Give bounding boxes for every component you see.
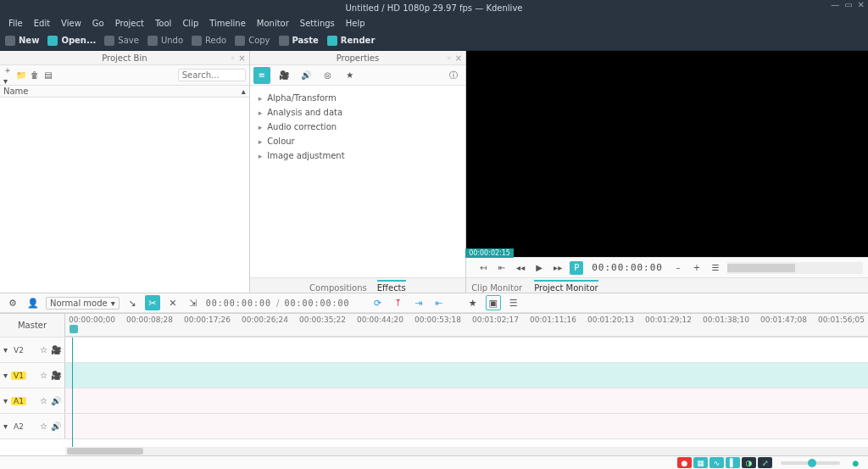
playhead-line[interactable]	[72, 338, 73, 447]
track-v2[interactable]: ▾V2☆🎥	[0, 338, 868, 363]
playhead-handle[interactable]	[70, 325, 78, 333]
effect-category[interactable]: Alpha/Transform	[250, 91, 465, 105]
menu-clip[interactable]: Clip	[177, 17, 203, 30]
effect-category[interactable]: Image adjustment	[250, 148, 465, 163]
preview-render-icon[interactable]: ▣	[486, 295, 501, 310]
monitor-timecode[interactable]: 00:00:00:00	[592, 262, 663, 273]
effect-category[interactable]: Analysis and data	[250, 105, 465, 120]
effect-category[interactable]: Audio correction	[250, 120, 465, 134]
razor-tool[interactable]: ✂	[145, 295, 160, 310]
status-wave-icon[interactable]: ∿	[709, 457, 724, 468]
tab-effects[interactable]: Effects	[377, 280, 406, 293]
monitor-video[interactable]: 00:00:02:15	[466, 51, 868, 257]
menu-monitor[interactable]: Monitor	[252, 17, 294, 30]
proxy-toggle[interactable]: P	[570, 261, 583, 275]
status-marker-icon[interactable]: ▌	[726, 457, 740, 468]
menu-tool[interactable]: Tool	[150, 17, 176, 30]
effects-audio-tab[interactable]: 🔊	[298, 67, 314, 84]
tc-inc-icon[interactable]: +	[690, 261, 704, 275]
track-v1[interactable]: ▾V1☆🎥	[0, 363, 868, 388]
menu-edit[interactable]: Edit	[29, 17, 55, 30]
speaker-icon[interactable]: 🔊	[51, 396, 61, 405]
split-av-icon[interactable]: ⤒	[391, 295, 406, 310]
timeline-ruler[interactable]: 00:00:00;00 00:00:08;28 00:00:17;26 00:0…	[65, 314, 868, 337]
effects-custom-tab[interactable]: ◎	[320, 67, 337, 84]
search-input[interactable]	[178, 69, 246, 81]
menu-timeline[interactable]: Timeline	[204, 17, 251, 30]
monitor-menu-icon[interactable]: ☰	[709, 261, 722, 275]
select-tool[interactable]: ↘	[125, 295, 140, 310]
add-clip-icon[interactable]: ＋▾	[3, 71, 12, 80]
menu-help[interactable]: Help	[341, 17, 370, 30]
tab-compositions[interactable]: Compositions	[309, 283, 367, 293]
track-menu-icon[interactable]: 👤	[25, 295, 41, 310]
track-a2[interactable]: ▾A2☆🔊	[0, 414, 868, 439]
goto-start-icon[interactable]: ↤	[476, 261, 490, 275]
bin-list-body[interactable]	[0, 98, 249, 293]
forward-icon[interactable]: ▸▸	[551, 261, 565, 275]
timeline-scrollbar[interactable]	[65, 447, 868, 455]
favorite-icon[interactable]: ★	[465, 295, 481, 310]
zone-out-icon[interactable]: ⇤	[431, 295, 447, 310]
status-snap-icon[interactable]: ◑	[742, 457, 756, 468]
timecode-now[interactable]: 00:00:00:00	[206, 299, 271, 308]
redo-button[interactable]: Redo	[192, 36, 226, 46]
float-icon[interactable]: ◦	[230, 53, 235, 63]
status-rec-icon[interactable]: ●	[677, 457, 692, 468]
add-folder-icon[interactable]: 📁	[17, 71, 25, 80]
cam-icon[interactable]: 🎥	[51, 371, 61, 380]
copy-button[interactable]: Copy	[235, 36, 270, 46]
effect-category[interactable]: Colour	[250, 134, 465, 148]
settings-icon[interactable]: ⚙	[5, 295, 20, 310]
paste-button[interactable]: Paste	[279, 36, 319, 46]
zone-in-icon[interactable]: ⇥	[411, 295, 426, 310]
zoom-slider[interactable]	[781, 461, 840, 465]
edit-mode-select[interactable]: Normal mode▾	[46, 297, 120, 310]
status-fit-icon[interactable]: ⤢	[758, 457, 772, 468]
effects-info-icon[interactable]: ⓘ	[445, 67, 462, 84]
fit-zoom-icon[interactable]: ⇲	[186, 295, 201, 310]
effects-video-tab[interactable]: 🎥	[275, 67, 292, 84]
tag-icon[interactable]: ▤	[44, 71, 53, 80]
close-panel-icon[interactable]: ×	[455, 53, 462, 63]
spacer-tool[interactable]: ✕	[165, 295, 181, 310]
menu-view[interactable]: View	[56, 17, 86, 30]
tab-project-monitor[interactable]: Project Monitor	[534, 280, 598, 293]
scrollbar-thumb[interactable]	[67, 448, 143, 455]
status-thumb-icon[interactable]: ▦	[693, 457, 708, 468]
mute-icon[interactable]: ☆	[40, 396, 47, 405]
close-icon[interactable]: ✕	[858, 0, 865, 9]
cam-icon[interactable]: 🎥	[51, 345, 61, 355]
play-icon[interactable]: ▶	[532, 261, 546, 275]
maximize-icon[interactable]: ▭	[844, 0, 852, 9]
status-dot-icon[interactable]: ●	[849, 457, 863, 468]
effects-fav-tab[interactable]: ★	[342, 67, 359, 84]
preview-menu-icon[interactable]: ☰	[506, 295, 521, 310]
save-button[interactable]: Save	[104, 36, 139, 46]
new-button[interactable]: New	[5, 36, 39, 46]
effects-main-tab[interactable]: ≡	[253, 67, 270, 84]
menu-project[interactable]: Project	[110, 17, 149, 30]
delete-icon[interactable]: 🗑	[31, 71, 39, 80]
menu-settings[interactable]: Settings	[295, 17, 340, 30]
mute-icon[interactable]: ☆	[40, 422, 47, 431]
mute-icon[interactable]: ☆	[40, 371, 47, 380]
speaker-icon[interactable]: 🔊	[51, 422, 61, 431]
menu-file[interactable]: File	[3, 17, 28, 30]
render-button[interactable]: Render	[327, 36, 375, 46]
mute-icon[interactable]: ☆	[40, 345, 47, 355]
open-button[interactable]: Open...	[47, 36, 96, 46]
mix-icon[interactable]: ⟳	[370, 295, 386, 310]
close-panel-icon[interactable]: ×	[238, 53, 245, 63]
bin-list-header[interactable]: Name▴	[0, 86, 249, 98]
undo-button[interactable]: Undo	[147, 36, 183, 46]
tc-dec-icon[interactable]: –	[671, 261, 685, 275]
float-icon[interactable]: ◦	[447, 53, 452, 63]
tab-clip-monitor[interactable]: Clip Monitor	[471, 283, 522, 293]
menu-go[interactable]: Go	[87, 17, 109, 30]
prev-frame-icon[interactable]: ⇤	[495, 261, 509, 275]
rewind-icon[interactable]: ◂◂	[514, 261, 527, 275]
master-button[interactable]: Master	[18, 321, 47, 330]
track-a1[interactable]: ▾A1☆🔊	[0, 388, 868, 414]
minimize-icon[interactable]: —	[831, 0, 839, 9]
